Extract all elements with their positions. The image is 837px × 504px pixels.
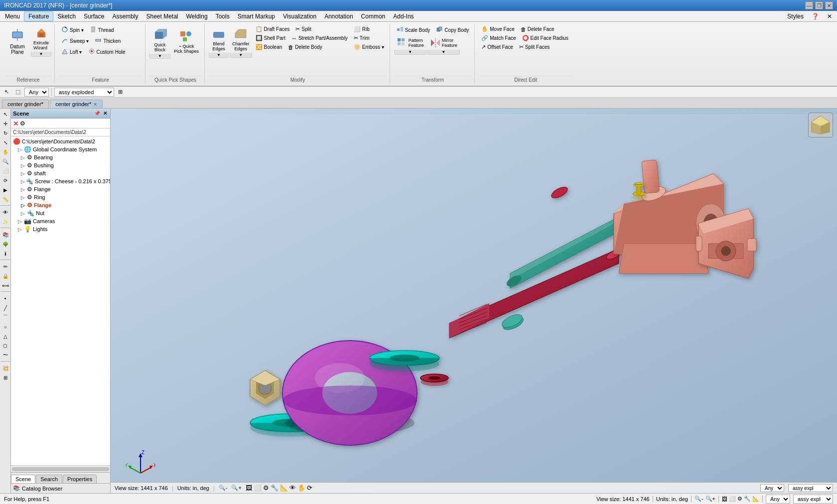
- status-tool-4[interactable]: 🔧: [744, 496, 751, 502]
- scale-body-btn[interactable]: Scale Body: [394, 25, 433, 35]
- offset-face-btn[interactable]: ↗ Offset Face: [479, 43, 516, 51]
- tree-item-coord[interactable]: ▷ 🌐 Global Coordinate System: [12, 145, 109, 153]
- qa-config-btn[interactable]: ⊞: [116, 88, 125, 96]
- lt-flythrough-btn[interactable]: ▶: [1, 185, 10, 194]
- vp-tool-7[interactable]: ✋: [297, 484, 305, 492]
- status-tool-5[interactable]: 📐: [752, 496, 759, 502]
- zoom-out-btn[interactable]: 🔍-: [219, 485, 228, 491]
- qa-config-select[interactable]: assy exploded: [54, 88, 114, 97]
- vp-tool-1[interactable]: 🖼: [246, 484, 252, 492]
- status-filter-select[interactable]: Any: [766, 495, 790, 504]
- menu-item-smartmarkup[interactable]: Smart Markup: [234, 12, 279, 21]
- zoom-in-status[interactable]: 🔍+: [705, 496, 715, 502]
- menu-item-help[interactable]: ❓: [808, 12, 823, 21]
- lt-3dbox-btn[interactable]: ⬜: [1, 166, 10, 175]
- doc-tab-2-close[interactable]: ✕: [93, 102, 97, 107]
- vp-tool-6[interactable]: 👁: [289, 484, 296, 492]
- menu-item-sketch[interactable]: Sketch: [53, 12, 80, 21]
- qa-select-btn[interactable]: ⬚: [13, 88, 23, 96]
- menu-item-styles[interactable]: Styles: [783, 12, 808, 21]
- vp-tool-3[interactable]: ⚙: [263, 484, 269, 492]
- vp-config-select[interactable]: assy expl: [788, 484, 833, 492]
- edit-face-radius-btn[interactable]: ⭕ Edit Face Radius: [520, 34, 571, 42]
- boolean-btn[interactable]: 🔀 Boolean: [253, 43, 285, 51]
- tree-item-shaft[interactable]: ▷ ⚙ shaft: [12, 169, 109, 177]
- scene-tab-properties[interactable]: Properties: [63, 475, 97, 483]
- qa-pointer-btn[interactable]: ↖: [2, 88, 11, 96]
- chamfer-dropdown[interactable]: ▼: [230, 53, 252, 58]
- shaft-expand[interactable]: ▷: [21, 171, 26, 176]
- tree-item-ring[interactable]: ▷ ⚙ Ring: [12, 193, 109, 201]
- rib-btn[interactable]: ⬜ Rib: [351, 25, 372, 33]
- quick-pick-btn[interactable]: ~ QuickPick Shapes: [171, 25, 201, 56]
- tree-item-bearing[interactable]: ▷ ⚙ Bearing: [12, 153, 109, 161]
- lt-orbit-btn[interactable]: ⟳: [1, 176, 10, 185]
- zoom-out-status[interactable]: 🔍-: [695, 496, 703, 502]
- spin-btn[interactable]: Spin ▾: [59, 25, 86, 35]
- blend-dropdown[interactable]: ▼: [209, 53, 229, 58]
- tree-item-lights[interactable]: ▷ 💡 Lights: [12, 225, 109, 233]
- tree-item-bushing[interactable]: ▷ ⚙ Bushing: [12, 161, 109, 169]
- menu-item-welding[interactable]: Welding: [182, 12, 212, 21]
- lt-constraint-btn[interactable]: 🔒: [1, 271, 10, 280]
- match-face-btn[interactable]: 🔗 Match Face: [479, 34, 518, 42]
- lt-dim-btn[interactable]: ⟺: [1, 281, 10, 290]
- lt-rotate-btn[interactable]: ↻: [1, 128, 10, 137]
- menu-item-feature[interactable]: Feature: [24, 11, 53, 21]
- flange1-expand[interactable]: ▷: [21, 187, 26, 192]
- lt-point-btn[interactable]: •: [1, 294, 10, 303]
- menu-item-common[interactable]: Common: [357, 12, 390, 21]
- scene-tab-scene[interactable]: Scene: [11, 475, 35, 483]
- menu-item-visualization[interactable]: Visualization: [279, 12, 320, 21]
- status-config-select[interactable]: assy expl: [793, 495, 833, 504]
- sweep-btn[interactable]: Sweep ▾: [59, 36, 91, 46]
- vp-tool-5[interactable]: 📐: [280, 484, 288, 492]
- mirror-dropdown[interactable]: ▼: [427, 50, 460, 55]
- mirror-main[interactable]: MirrorFeature: [427, 36, 460, 50]
- nut-expand[interactable]: ▷: [21, 211, 26, 216]
- blend-main[interactable]: BlendEdges: [209, 25, 229, 53]
- bearing-expand[interactable]: ▷: [21, 155, 26, 160]
- lt-spline-btn[interactable]: 〜: [1, 351, 10, 360]
- thread-btn[interactable]: Thread: [87, 25, 117, 35]
- scene-pin-btn[interactable]: 📌: [93, 110, 101, 117]
- vp-filter-select[interactable]: Any: [760, 484, 784, 492]
- tree-item-flange2[interactable]: ▷ ⚙ Flange: [12, 201, 109, 209]
- status-tool-1[interactable]: 🖼: [722, 496, 727, 502]
- split-btn[interactable]: ✂ Split: [293, 25, 313, 33]
- qa-filter-select[interactable]: Any: [24, 88, 49, 97]
- lt-polygon-btn[interactable]: ⬡: [1, 341, 10, 350]
- cameras-expand[interactable]: ▷: [18, 219, 23, 224]
- quick-block-dropdown[interactable]: ▼: [149, 54, 170, 59]
- lt-explode-btn[interactable]: 💥: [1, 364, 10, 373]
- quick-block-main[interactable]: QuickBlock: [149, 25, 170, 54]
- tree-item-root[interactable]: 🔴 C:\Users\jeter\Documents\Data\2: [12, 137, 109, 145]
- scene-delete-btn[interactable]: ✕: [13, 120, 19, 127]
- split-faces-btn[interactable]: ✂ Split Faces: [517, 43, 552, 51]
- tree-item-flange1[interactable]: ▷ ⚙ Flange: [12, 185, 109, 193]
- lt-select-btn[interactable]: ↖: [1, 110, 10, 119]
- lt-view-btn[interactable]: 👁: [1, 208, 10, 217]
- menu-item-menu[interactable]: Menu: [1, 12, 24, 21]
- scene-scroll-thumb[interactable]: [12, 467, 109, 471]
- delete-body-btn[interactable]: 🗑 Delete Body: [285, 43, 324, 51]
- lt-move-btn[interactable]: ✛: [1, 119, 10, 128]
- flange2-expand[interactable]: ▷: [21, 203, 26, 208]
- vp-tool-8[interactable]: ⟳: [307, 484, 312, 492]
- lt-grid-btn[interactable]: ⊞: [1, 373, 10, 382]
- lt-circle-btn[interactable]: ○: [1, 322, 10, 331]
- stretch-btn[interactable]: ↔ Stretch Part/Assembly: [289, 34, 350, 42]
- lt-arc-btn[interactable]: ⌒: [1, 313, 10, 322]
- lt-scene-btn[interactable]: 🌳: [1, 240, 10, 249]
- pattern-dropdown[interactable]: ▼: [394, 50, 426, 55]
- tree-item-screw[interactable]: ▷ 🔩 Screw : Cheese - 0.216 x 0.375: [12, 177, 109, 185]
- menu-item-assembly[interactable]: Assembly: [108, 12, 142, 21]
- menu-item-close-app[interactable]: ✕: [823, 12, 836, 21]
- lt-render-btn[interactable]: ✨: [1, 217, 10, 226]
- thicken-btn[interactable]: Thicken: [92, 36, 123, 46]
- tree-item-nut[interactable]: ▷ 🔩 Nut: [12, 209, 109, 217]
- bushing-expand[interactable]: ▷: [21, 163, 26, 168]
- delete-face-btn[interactable]: 🗑 Delete Face: [518, 25, 557, 33]
- menu-item-addins[interactable]: Add-Ins: [389, 12, 418, 21]
- close-button[interactable]: ✕: [825, 1, 833, 9]
